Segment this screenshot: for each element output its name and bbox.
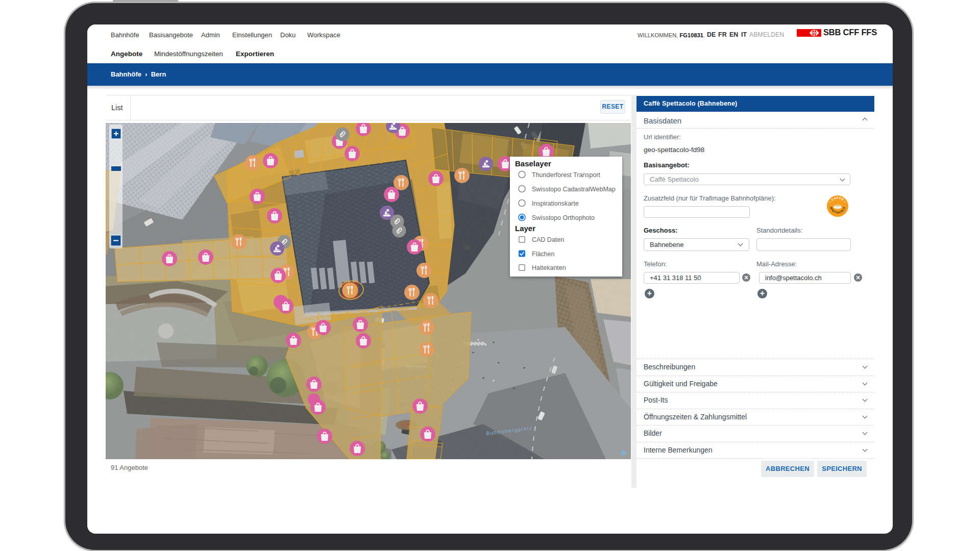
svg-text:Swisstopo Orthophoto: Swisstopo Orthophoto (532, 214, 595, 221)
svg-text:Layer: Layer (515, 224, 535, 233)
svg-text:Swisstopo CadastralWebMap: Swisstopo CadastralWebMap (532, 186, 616, 193)
svg-text:Inspirationskarte: Inspirationskarte (532, 200, 579, 207)
svg-text:CAD Daten: CAD Daten (532, 236, 564, 243)
svg-text:Flächen: Flächen (532, 251, 555, 258)
svg-text:Haltekanten: Haltekanten (532, 264, 566, 271)
svg-text:Baselayer: Baselayer (515, 159, 551, 168)
svg-text:Thunderforest Transport: Thunderforest Transport (532, 171, 601, 179)
